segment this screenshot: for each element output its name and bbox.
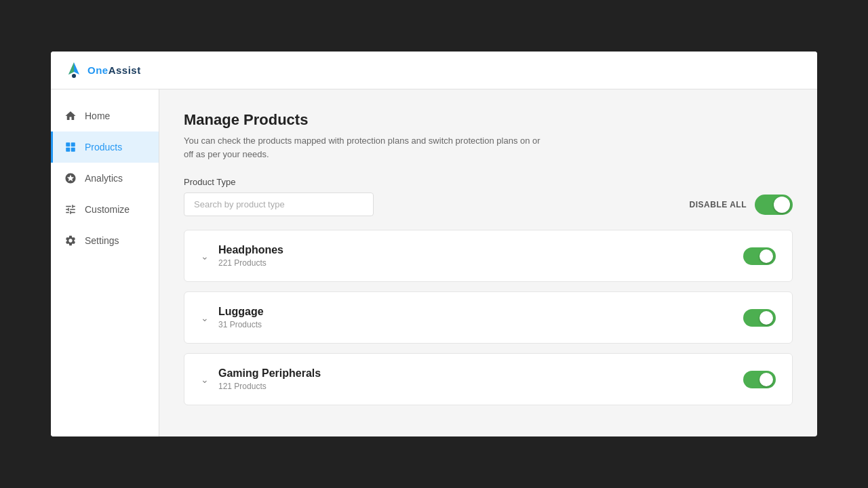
sidebar-item-products[interactable]: Products [51,131,159,163]
sidebar-item-analytics-label: Analytics [85,173,123,184]
product-type-label: Product Type [184,177,793,187]
sidebar-item-customize-label: Customize [85,204,130,215]
svg-point-2 [72,74,76,78]
product-count-gaming: 121 Products [218,382,321,391]
sidebar-item-home-label: Home [85,110,110,121]
toggle-headphones[interactable] [743,247,776,265]
disable-all-section: DISABLE ALL [690,195,793,215]
sidebar-item-settings[interactable]: Settings [51,225,159,256]
logo-icon [64,61,83,80]
product-details-luggage: Luggage 31 Products [218,306,264,329]
analytics-icon [64,172,77,184]
search-toggle-row: DISABLE ALL [184,192,793,216]
sidebar-item-analytics[interactable]: Analytics [51,163,159,194]
chevron-down-icon-luggage[interactable]: ⌄ [201,312,209,323]
header: OneAssist [51,52,817,89]
product-details-headphones: Headphones 221 Products [218,244,283,268]
product-name-gaming: Gaming Peripherals [218,367,321,380]
svg-rect-5 [66,148,70,152]
customize-icon [64,203,77,216]
settings-icon [64,235,77,247]
product-count-luggage: 31 Products [218,320,264,329]
product-info-luggage: ⌄ Luggage 31 Products [201,306,264,329]
sidebar-item-settings-label: Settings [85,235,119,246]
product-count-headphones: 221 Products [218,258,283,268]
product-details-gaming: Gaming Peripherals 121 Products [218,367,321,391]
disable-all-label: DISABLE ALL [690,200,747,209]
chevron-down-icon-gaming[interactable]: ⌄ [201,374,209,385]
disable-all-toggle[interactable] [755,195,793,215]
product-card-luggage: ⌄ Luggage 31 Products [184,291,793,344]
search-box [184,192,374,216]
home-icon [64,110,77,122]
svg-marker-1 [68,62,74,75]
svg-rect-6 [71,148,75,152]
products-icon [64,141,77,153]
svg-rect-3 [66,142,70,146]
sidebar-item-home[interactable]: Home [51,100,159,131]
toggle-luggage[interactable] [743,309,776,327]
content-area: Manage Products You can check the produc… [159,89,817,436]
sidebar-item-products-label: Products [85,142,122,152]
sidebar-item-customize[interactable]: Customize [51,194,159,225]
search-input[interactable] [184,192,374,216]
product-name-headphones: Headphones [218,244,283,256]
logo-text: OneAssist [87,64,141,76]
svg-rect-4 [71,142,75,146]
sidebar: Home Products [51,89,159,436]
product-info-headphones: ⌄ Headphones 221 Products [201,244,283,268]
page-description: You can check the products mapped with p… [184,134,550,161]
toggle-gaming[interactable] [743,371,776,388]
product-name-luggage: Luggage [218,306,264,318]
logo: OneAssist [64,61,141,80]
product-card-headphones: ⌄ Headphones 221 Products [184,230,793,282]
main-layout: Home Products [51,89,817,436]
product-card-gaming: ⌄ Gaming Peripherals 121 Products [184,353,793,405]
product-info-gaming: ⌄ Gaming Peripherals 121 Products [201,367,321,391]
page-title: Manage Products [184,111,793,129]
app-window: OneAssist Home [51,52,817,436]
chevron-down-icon-headphones[interactable]: ⌄ [201,251,209,262]
